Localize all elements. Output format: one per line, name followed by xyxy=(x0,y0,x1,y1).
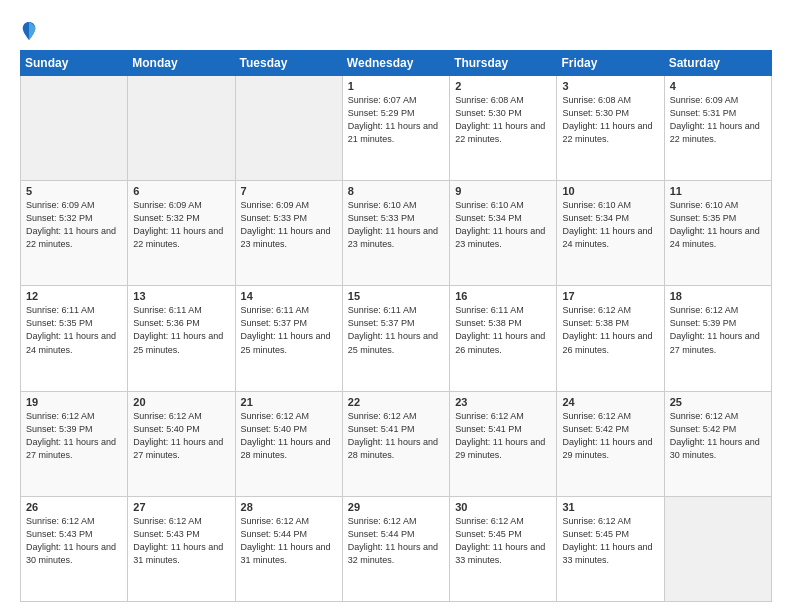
cell-info: Sunrise: 6:12 AMSunset: 5:42 PMDaylight:… xyxy=(670,410,766,462)
cell-info: Sunrise: 6:08 AMSunset: 5:30 PMDaylight:… xyxy=(562,94,658,146)
calendar-cell: 8Sunrise: 6:10 AMSunset: 5:33 PMDaylight… xyxy=(342,181,449,286)
calendar-cell: 20Sunrise: 6:12 AMSunset: 5:40 PMDayligh… xyxy=(128,391,235,496)
day-number: 30 xyxy=(455,501,551,513)
logo-icon xyxy=(20,20,38,42)
day-number: 15 xyxy=(348,290,444,302)
cell-info: Sunrise: 6:09 AMSunset: 5:32 PMDaylight:… xyxy=(26,199,122,251)
cell-info: Sunrise: 6:10 AMSunset: 5:34 PMDaylight:… xyxy=(455,199,551,251)
day-header: Monday xyxy=(128,51,235,76)
calendar-cell: 3Sunrise: 6:08 AMSunset: 5:30 PMDaylight… xyxy=(557,76,664,181)
day-header: Thursday xyxy=(450,51,557,76)
calendar-cell: 19Sunrise: 6:12 AMSunset: 5:39 PMDayligh… xyxy=(21,391,128,496)
day-number: 9 xyxy=(455,185,551,197)
day-number: 17 xyxy=(562,290,658,302)
calendar-cell: 2Sunrise: 6:08 AMSunset: 5:30 PMDaylight… xyxy=(450,76,557,181)
day-header: Tuesday xyxy=(235,51,342,76)
cell-info: Sunrise: 6:11 AMSunset: 5:37 PMDaylight:… xyxy=(241,304,337,356)
day-number: 19 xyxy=(26,396,122,408)
calendar-cell: 21Sunrise: 6:12 AMSunset: 5:40 PMDayligh… xyxy=(235,391,342,496)
cell-info: Sunrise: 6:10 AMSunset: 5:34 PMDaylight:… xyxy=(562,199,658,251)
day-number: 10 xyxy=(562,185,658,197)
day-number: 14 xyxy=(241,290,337,302)
day-number: 21 xyxy=(241,396,337,408)
calendar-cell: 29Sunrise: 6:12 AMSunset: 5:44 PMDayligh… xyxy=(342,496,449,601)
day-number: 8 xyxy=(348,185,444,197)
page: SundayMondayTuesdayWednesdayThursdayFrid… xyxy=(0,0,792,612)
day-number: 1 xyxy=(348,80,444,92)
header xyxy=(20,16,772,42)
day-number: 25 xyxy=(670,396,766,408)
calendar-cell: 4Sunrise: 6:09 AMSunset: 5:31 PMDaylight… xyxy=(664,76,771,181)
calendar-cell: 1Sunrise: 6:07 AMSunset: 5:29 PMDaylight… xyxy=(342,76,449,181)
day-number: 24 xyxy=(562,396,658,408)
cell-info: Sunrise: 6:08 AMSunset: 5:30 PMDaylight:… xyxy=(455,94,551,146)
calendar-cell: 17Sunrise: 6:12 AMSunset: 5:38 PMDayligh… xyxy=(557,286,664,391)
calendar-cell xyxy=(128,76,235,181)
day-number: 31 xyxy=(562,501,658,513)
calendar-cell: 25Sunrise: 6:12 AMSunset: 5:42 PMDayligh… xyxy=(664,391,771,496)
calendar-cell: 7Sunrise: 6:09 AMSunset: 5:33 PMDaylight… xyxy=(235,181,342,286)
day-number: 6 xyxy=(133,185,229,197)
day-number: 2 xyxy=(455,80,551,92)
cell-info: Sunrise: 6:12 AMSunset: 5:45 PMDaylight:… xyxy=(562,515,658,567)
cell-info: Sunrise: 6:09 AMSunset: 5:32 PMDaylight:… xyxy=(133,199,229,251)
cell-info: Sunrise: 6:09 AMSunset: 5:31 PMDaylight:… xyxy=(670,94,766,146)
cell-info: Sunrise: 6:12 AMSunset: 5:39 PMDaylight:… xyxy=(670,304,766,356)
cell-info: Sunrise: 6:12 AMSunset: 5:45 PMDaylight:… xyxy=(455,515,551,567)
cell-info: Sunrise: 6:11 AMSunset: 5:35 PMDaylight:… xyxy=(26,304,122,356)
cell-info: Sunrise: 6:12 AMSunset: 5:38 PMDaylight:… xyxy=(562,304,658,356)
calendar-cell: 31Sunrise: 6:12 AMSunset: 5:45 PMDayligh… xyxy=(557,496,664,601)
day-number: 23 xyxy=(455,396,551,408)
cell-info: Sunrise: 6:11 AMSunset: 5:36 PMDaylight:… xyxy=(133,304,229,356)
calendar-cell: 16Sunrise: 6:11 AMSunset: 5:38 PMDayligh… xyxy=(450,286,557,391)
cell-info: Sunrise: 6:12 AMSunset: 5:41 PMDaylight:… xyxy=(348,410,444,462)
day-number: 18 xyxy=(670,290,766,302)
calendar-cell: 11Sunrise: 6:10 AMSunset: 5:35 PMDayligh… xyxy=(664,181,771,286)
cell-info: Sunrise: 6:12 AMSunset: 5:44 PMDaylight:… xyxy=(241,515,337,567)
cell-info: Sunrise: 6:11 AMSunset: 5:37 PMDaylight:… xyxy=(348,304,444,356)
calendar-cell: 26Sunrise: 6:12 AMSunset: 5:43 PMDayligh… xyxy=(21,496,128,601)
day-number: 29 xyxy=(348,501,444,513)
cell-info: Sunrise: 6:12 AMSunset: 5:43 PMDaylight:… xyxy=(26,515,122,567)
day-number: 20 xyxy=(133,396,229,408)
calendar-cell: 10Sunrise: 6:10 AMSunset: 5:34 PMDayligh… xyxy=(557,181,664,286)
calendar-cell xyxy=(664,496,771,601)
day-number: 7 xyxy=(241,185,337,197)
day-header: Friday xyxy=(557,51,664,76)
day-number: 3 xyxy=(562,80,658,92)
calendar-cell: 27Sunrise: 6:12 AMSunset: 5:43 PMDayligh… xyxy=(128,496,235,601)
calendar-cell: 30Sunrise: 6:12 AMSunset: 5:45 PMDayligh… xyxy=(450,496,557,601)
cell-info: Sunrise: 6:07 AMSunset: 5:29 PMDaylight:… xyxy=(348,94,444,146)
calendar-cell: 12Sunrise: 6:11 AMSunset: 5:35 PMDayligh… xyxy=(21,286,128,391)
day-number: 27 xyxy=(133,501,229,513)
day-number: 12 xyxy=(26,290,122,302)
calendar-cell: 22Sunrise: 6:12 AMSunset: 5:41 PMDayligh… xyxy=(342,391,449,496)
day-number: 26 xyxy=(26,501,122,513)
calendar-cell: 6Sunrise: 6:09 AMSunset: 5:32 PMDaylight… xyxy=(128,181,235,286)
day-number: 28 xyxy=(241,501,337,513)
logo xyxy=(20,20,42,42)
cell-info: Sunrise: 6:12 AMSunset: 5:44 PMDaylight:… xyxy=(348,515,444,567)
cell-info: Sunrise: 6:11 AMSunset: 5:38 PMDaylight:… xyxy=(455,304,551,356)
calendar-cell: 9Sunrise: 6:10 AMSunset: 5:34 PMDaylight… xyxy=(450,181,557,286)
calendar-cell: 18Sunrise: 6:12 AMSunset: 5:39 PMDayligh… xyxy=(664,286,771,391)
calendar-cell xyxy=(235,76,342,181)
cell-info: Sunrise: 6:12 AMSunset: 5:40 PMDaylight:… xyxy=(133,410,229,462)
cell-info: Sunrise: 6:12 AMSunset: 5:43 PMDaylight:… xyxy=(133,515,229,567)
calendar-cell: 28Sunrise: 6:12 AMSunset: 5:44 PMDayligh… xyxy=(235,496,342,601)
calendar-cell: 15Sunrise: 6:11 AMSunset: 5:37 PMDayligh… xyxy=(342,286,449,391)
cell-info: Sunrise: 6:12 AMSunset: 5:39 PMDaylight:… xyxy=(26,410,122,462)
day-number: 22 xyxy=(348,396,444,408)
calendar-cell: 14Sunrise: 6:11 AMSunset: 5:37 PMDayligh… xyxy=(235,286,342,391)
cell-info: Sunrise: 6:12 AMSunset: 5:41 PMDaylight:… xyxy=(455,410,551,462)
calendar-table: SundayMondayTuesdayWednesdayThursdayFrid… xyxy=(20,50,772,602)
calendar-cell xyxy=(21,76,128,181)
calendar-cell: 23Sunrise: 6:12 AMSunset: 5:41 PMDayligh… xyxy=(450,391,557,496)
cell-info: Sunrise: 6:12 AMSunset: 5:40 PMDaylight:… xyxy=(241,410,337,462)
calendar-cell: 24Sunrise: 6:12 AMSunset: 5:42 PMDayligh… xyxy=(557,391,664,496)
day-number: 5 xyxy=(26,185,122,197)
day-header: Saturday xyxy=(664,51,771,76)
day-number: 11 xyxy=(670,185,766,197)
calendar-cell: 5Sunrise: 6:09 AMSunset: 5:32 PMDaylight… xyxy=(21,181,128,286)
day-number: 13 xyxy=(133,290,229,302)
